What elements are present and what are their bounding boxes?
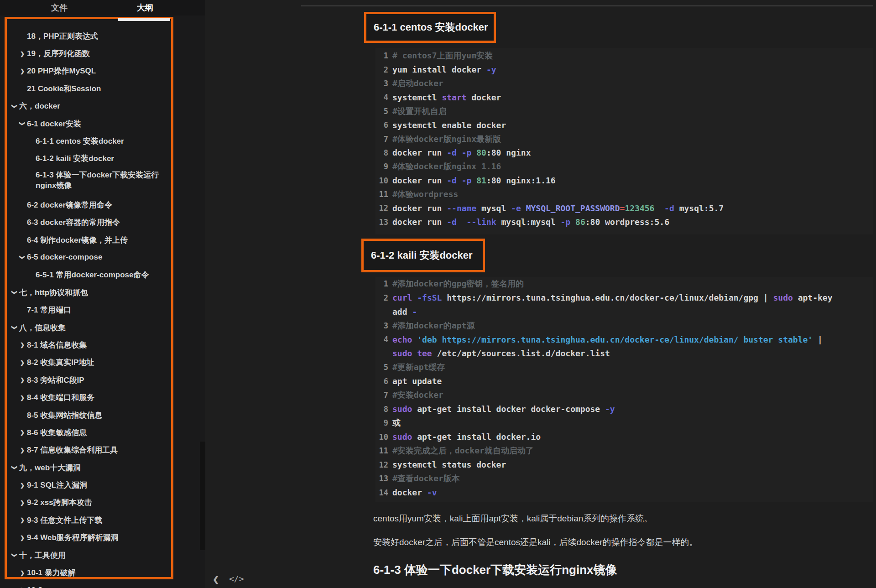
outline-item-label: 6-2 docker镜像常用命令 <box>27 200 112 210</box>
outline-item-label: 9-1 SQL注入漏洞 <box>27 480 87 490</box>
outline-item[interactable]: ❯8-2 收集真实IP地址 <box>0 354 199 371</box>
chevron-right-icon[interactable]: ❯ <box>18 535 27 541</box>
chevron-right-icon[interactable]: ❯ <box>18 517 27 523</box>
outline-item[interactable]: ❯20 PHP操作MySQL <box>0 62 199 80</box>
chevron-right-icon[interactable]: ❯ <box>18 342 27 348</box>
chevron-right-icon[interactable]: ❯ <box>18 51 27 57</box>
code-token <box>570 217 575 227</box>
code-token: 80 <box>476 148 486 157</box>
outline-item[interactable]: ❯21 Cookie和Session <box>0 80 199 97</box>
tab-files[interactable]: 文件 <box>27 2 91 13</box>
outline-item-label: 九，web十大漏洞 <box>19 463 81 473</box>
outline-item[interactable]: ❯10-2 xray <box>0 582 199 588</box>
outline-item-label: 6-1-3 体验一下docker下载安装运行nginx镜像 <box>36 170 169 191</box>
outline-item[interactable]: ❯7-1 常用端口 <box>0 301 199 318</box>
code-line: 9#体验docker版nginx 1.16 <box>375 160 873 173</box>
chevron-left-icon[interactable]: ❮ <box>213 575 219 584</box>
code-token: -e <box>511 203 521 213</box>
chevron-right-icon[interactable]: ❯ <box>18 68 27 74</box>
outline-item[interactable]: 6-5-1 常用docker-compose命令 <box>0 266 199 284</box>
chevron-down-icon[interactable]: ❯ <box>11 323 18 332</box>
code-line: 6apt update <box>375 375 873 389</box>
code-token: apt update <box>392 376 442 386</box>
outline-item[interactable]: ❯8-6 收集敏感信息 <box>0 424 199 441</box>
outline-item[interactable]: ❯19，反序列化函数 <box>0 45 199 62</box>
paragraph-install-note-1: centos用yum安装，kali上面用apt安装，kali属于debian系列… <box>373 513 652 525</box>
chevron-right-icon[interactable]: ❯ <box>18 482 27 489</box>
code-line: 9或 <box>375 416 873 430</box>
chevron-right-icon[interactable]: ❯ <box>18 359 27 366</box>
code-token: #添加docker的gpg密钥，签名用的 <box>392 278 524 289</box>
outline-item[interactable]: ❯8-5 收集网站指纹信息 <box>0 406 199 424</box>
outline-item-label: 8-5 收集网站指纹信息 <box>27 410 102 421</box>
line-number: 14 <box>375 488 388 497</box>
code-token: start <box>442 93 466 102</box>
outline-item[interactable]: 6-1-2 kaili 安装docker <box>0 150 199 167</box>
chevron-down-icon[interactable]: ❯ <box>11 288 18 297</box>
code-token: docker run <box>392 217 447 227</box>
outline-item[interactable]: ❯18，PHP正则表达式 <box>0 27 199 45</box>
code-line: 2yum install docker -y <box>375 62 873 76</box>
outline-item[interactable]: ❯八，信息收集 <box>0 319 199 336</box>
outline-item[interactable]: 6-1-3 体验一下docker下载安装运行nginx镜像 <box>0 167 199 196</box>
code-block-centos[interactable]: 1# centos7上面用yum安装2yum install docker -y… <box>375 48 873 234</box>
outline-item[interactable]: ❯6-3 docker容器的常用指令 <box>0 214 199 231</box>
chevron-right-icon[interactable]: ❯ <box>18 570 27 576</box>
outline-item[interactable]: 6-1-1 centos 安装docker <box>0 132 199 150</box>
outline-item-label: 10-1 暴力破解 <box>27 567 76 578</box>
line-number: 6 <box>375 377 388 386</box>
chevron-right-icon[interactable]: ❯ <box>18 395 27 401</box>
outline-item[interactable]: ❯8-4 收集端口和服务 <box>0 389 199 406</box>
outline-item[interactable]: ❯9-3 任意文件上传下载 <box>0 511 199 529</box>
code-line: 11#体验wordpress <box>375 187 873 201</box>
outline-item[interactable]: ❯8-1 域名信息收集 <box>0 336 199 354</box>
code-line: 1# centos7上面用yum安装 <box>375 49 873 62</box>
outline-item-label: 八，信息收集 <box>19 323 66 333</box>
chevron-right-icon[interactable]: ❯ <box>18 447 27 453</box>
line-number: 10 <box>375 432 388 442</box>
outline-item[interactable]: ❯七，http协议和抓包 <box>0 284 199 301</box>
outline-item[interactable]: ❯9-2 xss跨脚本攻击 <box>0 494 199 511</box>
chevron-down-icon[interactable]: ❯ <box>19 253 26 262</box>
sidebar-tabbar: 文件 大纲 <box>0 0 205 16</box>
code-token: # centos7上面用yum安装 <box>392 50 493 61</box>
code-line: 8docker run -d -p 80:80 nginx <box>375 146 873 160</box>
chevron-right-icon[interactable]: ❯ <box>18 429 27 436</box>
chevron-down-icon[interactable]: ❯ <box>19 119 26 128</box>
code-token: /etc/apt/sources.list.d/docker.list <box>432 349 610 358</box>
line-number: 2 <box>375 65 388 74</box>
outline-item-label: 6-1-1 centos 安装docker <box>36 136 124 146</box>
outline-item[interactable]: ❯9-1 SQL注入漏洞 <box>0 476 199 494</box>
outline-item[interactable]: ❯六，docker <box>0 98 199 115</box>
outline-item[interactable]: ❯6-1 docker安装 <box>0 115 199 132</box>
code-token <box>654 203 664 213</box>
code-line: 3#添加docker的apt源 <box>375 319 873 333</box>
line-number: 1 <box>375 51 388 60</box>
code-line: 11#安装完成之后，docker就自动启动了 <box>375 444 873 458</box>
outline-item[interactable]: ❯8-3 旁站和C段IP <box>0 371 199 389</box>
outline-item[interactable]: ❯九，web十大漏洞 <box>0 459 199 476</box>
outline-item[interactable]: ❯8-7 信息收集综合利用工具 <box>0 442 199 459</box>
outline-item[interactable]: ❯十，工具使用 <box>0 546 199 564</box>
outline-item[interactable]: ❯9-4 Web服务程序解析漏洞 <box>0 529 199 546</box>
code-token: :80 nginx:1.16 <box>486 176 556 185</box>
chevron-right-icon[interactable]: ❯ <box>18 377 27 383</box>
outline-item[interactable]: ❯6-4 制作docker镜像，并上传 <box>0 231 199 249</box>
outline-item[interactable]: ❯6-5 docker-compose <box>0 249 199 266</box>
code-block-kali[interactable]: 1#添加docker的gpg密钥，签名用的2curl -fsSL https:/… <box>375 277 873 502</box>
code-line: 10docker run -d -p 81:80 nginx:1.16 <box>375 174 873 187</box>
code-token: - <box>412 307 417 317</box>
outline-item[interactable]: ❯10-1 暴力破解 <box>0 564 199 581</box>
code-line: 5#设置开机自启 <box>375 104 873 118</box>
chevron-down-icon[interactable]: ❯ <box>11 463 18 472</box>
chevron-right-icon[interactable]: ❯ <box>18 500 27 506</box>
chevron-down-icon[interactable]: ❯ <box>11 551 18 560</box>
code-view-icon[interactable]: </> <box>229 574 244 583</box>
code-token: = <box>620 203 625 213</box>
outline-item[interactable]: ❯6-2 docker镜像常用命令 <box>0 196 199 213</box>
line-number: 8 <box>375 148 388 157</box>
tab-outline[interactable]: 大纲 <box>113 2 177 13</box>
chevron-down-icon[interactable]: ❯ <box>11 102 18 111</box>
outline-item-label: 6-4 制作docker镜像，并上传 <box>27 235 128 245</box>
code-token: docker run <box>392 148 447 157</box>
